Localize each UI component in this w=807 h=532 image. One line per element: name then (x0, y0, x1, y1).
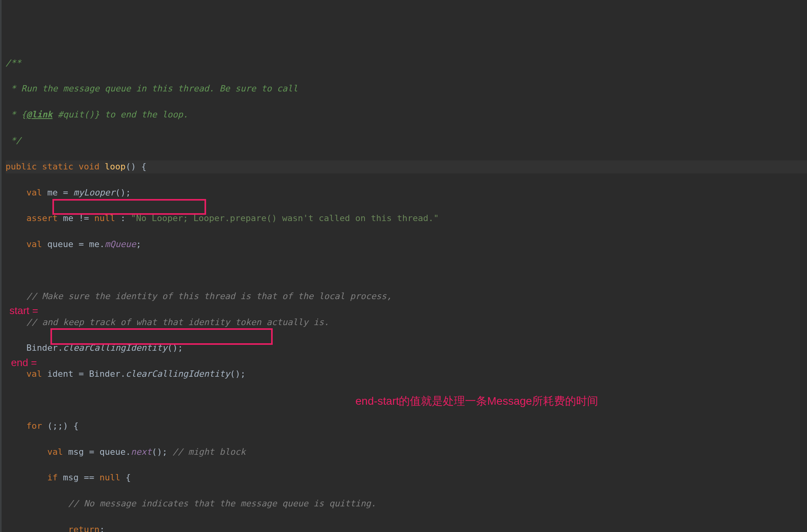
code-line: queue = me. (47, 239, 105, 249)
code-line: /** (6, 58, 21, 68)
comment: // Make sure the identity of this thread… (6, 291, 392, 301)
code-line: msg = queue. (68, 447, 131, 457)
code-line: * Run the message queue in this thread. … (6, 84, 298, 93)
keyword: public static void (6, 162, 105, 171)
keyword: null (99, 472, 125, 482)
comment: // and keep track of what that identity … (6, 317, 329, 327)
code-line: me != (63, 213, 94, 223)
keyword: for (6, 421, 47, 431)
code-line: : (120, 213, 131, 223)
code-line: (;;) { (47, 421, 78, 431)
field-ref: mQueue (105, 239, 136, 249)
code-line: */ (6, 136, 21, 145)
keyword: val (6, 188, 47, 197)
code-line: () { (126, 162, 147, 171)
method-name: loop (105, 162, 126, 171)
method-call: clearCallingIdentity (63, 343, 167, 353)
code-line: Binder. (6, 343, 63, 353)
code-line: msg == (63, 472, 100, 482)
code-line: { (126, 472, 131, 482)
comment: // No message indicates that the message… (6, 499, 376, 508)
string-literal: "No Looper; Looper.prepare() wasn't call… (131, 213, 439, 223)
code-line: (); (167, 343, 183, 353)
keyword: assert (6, 213, 63, 223)
code-line: ident = Binder. (47, 369, 126, 379)
method-call: myLooper (73, 188, 115, 197)
javadoc-link: @link (26, 110, 52, 119)
code-line: ; (136, 239, 141, 249)
code-editor: /** * Run the message queue in this thre… (0, 0, 807, 532)
keyword: return (6, 525, 99, 532)
code-line: (); (230, 369, 246, 379)
code-line: #quit()} to end the loop. (52, 110, 188, 119)
comment: // might block (167, 447, 246, 457)
method-call: clearCallingIdentity (126, 369, 230, 379)
code-line: ; (99, 525, 104, 532)
keyword: null (94, 213, 120, 223)
keyword: val (6, 369, 47, 379)
editor-gutter (0, 0, 2, 532)
code-line: (); (152, 447, 167, 457)
code-line: (); (115, 188, 131, 197)
keyword: if (6, 472, 63, 482)
method-call: next (131, 447, 152, 457)
code-line: * { (6, 110, 26, 119)
code-block: /** * Run the message queue in this thre… (0, 44, 807, 532)
keyword: val (6, 447, 68, 457)
keyword: val (6, 239, 47, 249)
code-line: me = (47, 188, 73, 197)
